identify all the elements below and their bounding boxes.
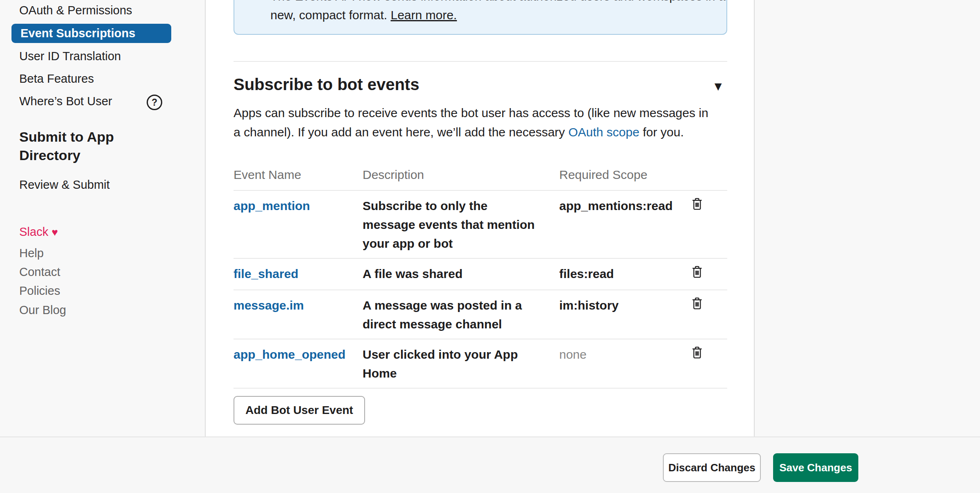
column-header-event-name: Event Name: [234, 160, 363, 190]
sidebar: OAuth & Permissions Event Subscriptions …: [0, 0, 206, 436]
brand-label: Slack: [19, 225, 48, 238]
sidebar-link-help[interactable]: Help: [19, 246, 44, 260]
sidebar-item-oauth-permissions[interactable]: OAuth & Permissions: [19, 3, 132, 17]
sidebar-item-wheres-bot-user[interactable]: Where’s Bot User: [19, 94, 112, 108]
delete-event-button[interactable]: [690, 296, 704, 312]
event-link-file-shared[interactable]: file_shared: [234, 267, 298, 280]
sidebar-link-our-blog[interactable]: Our Blog: [19, 303, 66, 317]
column-header-actions: [688, 160, 727, 190]
sidebar-section-heading: Submit to App Directory: [19, 128, 134, 165]
sidebar-item-event-subscriptions[interactable]: Event Subscriptions: [11, 24, 171, 43]
add-bot-user-event-button[interactable]: Add Bot User Event: [234, 396, 365, 425]
collapse-chevron-icon[interactable]: ▼: [712, 79, 724, 93]
delete-event-button[interactable]: [690, 197, 704, 213]
help-question-icon[interactable]: ?: [147, 95, 162, 110]
column-header-required-scope: Required Scope: [559, 160, 688, 190]
trash-icon: [690, 355, 704, 361]
delete-event-button[interactable]: [690, 265, 704, 280]
sidebar-item-user-id-translation[interactable]: User ID Translation: [19, 49, 121, 63]
event-scope: files:read: [559, 258, 688, 290]
heart-icon: ♥: [52, 226, 58, 238]
table-row: app_mention Subscribe to only the messag…: [234, 190, 727, 258]
event-description: A file was shared: [363, 258, 559, 290]
event-description: User clicked into your App Home: [363, 339, 559, 388]
event-description: Subscribe to only the message events tha…: [363, 190, 559, 258]
banner-text-line2: new, compact format. Learn more.: [270, 6, 715, 25]
section-divider: [234, 61, 727, 62]
table-row: file_shared A file was shared files:read: [234, 258, 727, 290]
event-link-message-im[interactable]: message.im: [234, 299, 304, 312]
trash-icon: [690, 206, 704, 213]
sidebar-link-contact[interactable]: Contact: [19, 265, 60, 279]
trash-icon: [690, 274, 704, 280]
right-gutter: [754, 0, 980, 436]
table-row: message.im A message was posted in a dir…: [234, 290, 727, 339]
sidebar-brand-link[interactable]: Slack♥: [19, 225, 58, 239]
bot-events-table: Event Name Description Required Scope ap…: [234, 160, 727, 389]
event-scope: none: [559, 339, 688, 388]
column-header-description: Description: [363, 160, 559, 190]
section-title: Subscribe to bot events: [234, 75, 419, 94]
event-link-app-mention[interactable]: app_mention: [234, 199, 310, 213]
save-changes-button[interactable]: Save Changes: [773, 453, 858, 482]
sidebar-item-review-submit[interactable]: Review & Submit: [19, 178, 110, 192]
sidebar-link-policies[interactable]: Policies: [19, 284, 60, 298]
event-scope: app_mentions:read: [559, 190, 688, 258]
event-link-app-home-opened[interactable]: app_home_opened: [234, 348, 345, 361]
sidebar-item-label: Event Subscriptions: [20, 27, 135, 40]
event-scope: im:history: [559, 290, 688, 339]
discard-changes-button[interactable]: Discard Changes: [663, 453, 761, 482]
banner-text-line1: The Events API now sends information abo…: [270, 0, 715, 6]
table-header-row: Event Name Description Required Scope: [234, 160, 727, 190]
table-row: app_home_opened User clicked into your A…: [234, 339, 727, 388]
delete-event-button[interactable]: [690, 345, 704, 361]
sidebar-item-beta-features[interactable]: Beta Features: [19, 72, 94, 86]
section-description: Apps can subscribe to receive events the…: [234, 103, 708, 142]
save-footer-bar: Discard Changes Save Changes: [0, 436, 980, 493]
oauth-scope-link[interactable]: OAuth scope: [568, 125, 639, 139]
learn-more-link[interactable]: Learn more.: [390, 8, 457, 22]
event-description: A message was posted in a direct message…: [363, 290, 559, 339]
trash-icon: [690, 306, 704, 312]
events-api-info-banner: The Events API now sends information abo…: [234, 0, 727, 35]
